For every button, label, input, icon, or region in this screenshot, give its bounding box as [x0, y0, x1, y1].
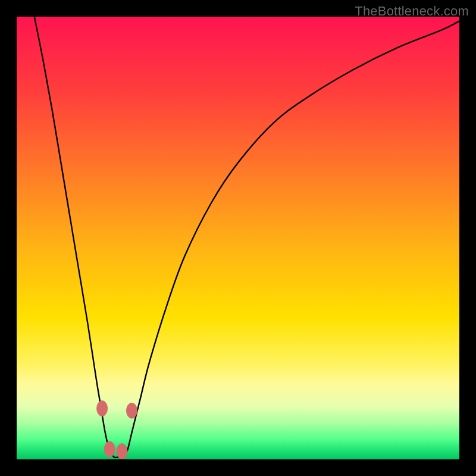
- curve-marker-3: [126, 403, 137, 418]
- curve-marker-2: [117, 444, 127, 459]
- chart-frame: TheBottleneck.com: [0, 0, 476, 476]
- curve-marker-1: [104, 441, 115, 457]
- bottleneck-curve: [35, 17, 459, 458]
- curve-layer: [17, 17, 459, 459]
- curve-marker-0: [97, 400, 108, 416]
- plot-area: [17, 17, 459, 459]
- curve-markers: [97, 400, 137, 459]
